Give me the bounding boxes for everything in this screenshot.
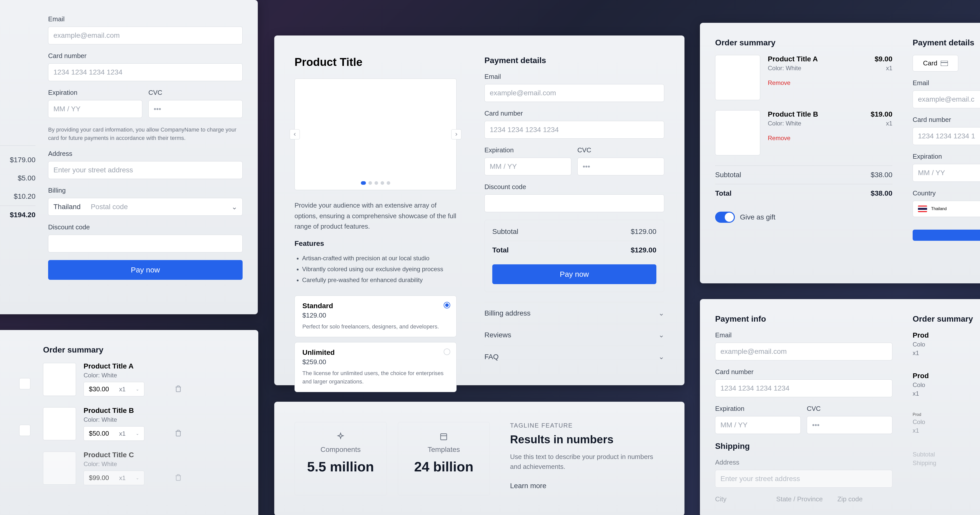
gift-toggle[interactable] (715, 212, 735, 223)
product-color: Color: White (768, 65, 818, 72)
product-color: Color: White (768, 120, 818, 127)
carousel-dot[interactable] (368, 181, 372, 185)
order-item: Product Title A Color: White $30.00 x1 ⌄ (43, 362, 243, 396)
order-summary-heading: Order summary (715, 38, 892, 48)
cvc-label: CVC (148, 89, 243, 97)
expiration-field[interactable] (715, 416, 801, 434)
card-number-field[interactable] (715, 379, 892, 397)
discount-field[interactable] (484, 195, 664, 212)
radio-icon[interactable] (444, 349, 450, 355)
product-name: Product Title A (84, 362, 243, 370)
radio-checked-icon[interactable] (444, 302, 450, 308)
plan-standard[interactable]: Standard $129.00 Perfect for solo freela… (294, 295, 457, 337)
accordion-group: Billing address ⌄ Reviews ⌄ FAQ ⌄ (484, 302, 664, 367)
pay-now-button[interactable]: Pay now (492, 264, 656, 284)
product-thumbnail (43, 363, 76, 396)
total-row: Total$38.00 (715, 184, 892, 202)
card-number-label: Card number (484, 110, 664, 117)
address-field[interactable] (48, 161, 243, 179)
product-name: Prod (913, 412, 980, 417)
product-color: Colo (913, 341, 980, 348)
accordion-billing-address[interactable]: Billing address ⌄ (484, 302, 664, 324)
stat-components: Components 5.5 million (294, 422, 387, 496)
cvc-field[interactable] (148, 100, 243, 118)
cvc-label: CVC (578, 146, 664, 154)
learn-more-link[interactable]: Learn more (510, 482, 664, 490)
country-select[interactable]: Thailand Postal code ⌄ (48, 198, 243, 216)
totals-partial: Subtotal Shipping (913, 450, 980, 467)
payment-details-heading: Payment details (484, 56, 664, 65)
qty-price-box[interactable]: $30.00 x1 ⌄ (84, 382, 144, 396)
plan-unlimited[interactable]: Unlimited $259.00 The license for unlimi… (294, 342, 457, 392)
email-field[interactable] (913, 91, 980, 108)
carousel-next-button[interactable] (451, 129, 461, 139)
order-item: Product Title C Color: White $99.00 x1 ⌄ (43, 451, 243, 485)
email-field[interactable] (484, 84, 664, 102)
payment-info-column: Payment info Email Card number Expiratio… (715, 314, 892, 502)
product-description: Provide your audience with an extensive … (294, 200, 457, 232)
qty-price-box[interactable]: $99.00 x1 ⌄ (84, 470, 144, 485)
accordion-faq[interactable]: FAQ ⌄ (484, 346, 664, 367)
carousel-dot[interactable] (374, 181, 378, 185)
product-name: Prod (913, 372, 980, 380)
checkbox[interactable] (19, 378, 30, 389)
plan-name: Unlimited (302, 349, 449, 357)
totals-section: Subtotal$38.00 Total$38.00 (715, 166, 892, 202)
email-label: Email (715, 331, 892, 339)
product-thumbnail (715, 55, 760, 100)
order-summary-card-bottom-left: Order summary Product Title A Color: Whi… (0, 330, 258, 515)
card-number-field[interactable] (913, 127, 980, 145)
remove-link[interactable]: Remove (0, 105, 35, 113)
plan-description: Perfect for solo freelancers, designers,… (302, 322, 449, 331)
zip-label: Zip code (837, 495, 892, 503)
carousel-dot[interactable] (387, 181, 390, 185)
trash-icon[interactable] (175, 385, 182, 393)
chevron-down-icon: ⌄ (231, 203, 237, 211)
stats-copy: TAGLINE FEATURE Results in numbers Use t… (495, 422, 664, 496)
discount-field[interactable] (48, 235, 243, 252)
chevron-down-icon: ⌄ (659, 309, 664, 317)
order-item: Product Title B Color: White $50.00 x1 ⌄ (43, 407, 243, 441)
price: $30.00 (89, 385, 109, 393)
carousel-dot[interactable] (361, 181, 366, 185)
stat-value: 5.5 million (307, 459, 374, 474)
product-name: Product Title B (84, 407, 243, 415)
carousel-prev-button[interactable] (290, 129, 300, 139)
expiration-field[interactable] (48, 100, 142, 118)
accordion-label: Billing address (484, 309, 531, 317)
gift-label: Give as gift (740, 213, 775, 221)
card-number-field[interactable] (484, 121, 664, 139)
carousel-dot[interactable] (380, 181, 384, 185)
card-method-pill[interactable]: Card (913, 55, 958, 72)
country-select[interactable]: Thailand (913, 201, 980, 217)
pay-button[interactable] (913, 230, 980, 241)
expiration-field[interactable] (913, 164, 980, 182)
remove-link[interactable]: Remove (768, 135, 790, 142)
credit-card-icon (941, 61, 948, 66)
qty-price-box[interactable]: $50.00 x1 ⌄ (84, 426, 144, 441)
discount-label: Discount code (484, 183, 664, 191)
trash-icon[interactable] (175, 430, 182, 438)
cvc-field[interactable] (578, 158, 664, 175)
email-field[interactable] (48, 27, 243, 45)
accordion-reviews[interactable]: Reviews ⌄ (484, 324, 664, 346)
address-field[interactable] (715, 470, 892, 488)
product-name: Product Title A (768, 55, 818, 63)
product-detail-card: Product Title Provide your audience with… (274, 35, 684, 385)
payment-column: Payment details Card Email Card number E… (913, 38, 980, 268)
cvc-field[interactable] (807, 416, 892, 434)
accordion-label: Reviews (484, 331, 511, 339)
trash-icon[interactable] (175, 474, 182, 482)
order-items-column: Order summary Product Title A Color: Whi… (43, 345, 243, 507)
checkbox[interactable] (19, 425, 30, 436)
remove-link[interactable]: Remove (0, 65, 35, 72)
expiration-field[interactable] (484, 158, 571, 175)
remove-link[interactable]: Remove (768, 79, 790, 86)
feature-list: Artisan-crafted with precision at our lo… (294, 253, 457, 285)
subtotal-row: Subtotal$38.00 (715, 166, 892, 184)
feature-item: Carefully pre-washed for enhanced durabi… (302, 274, 457, 285)
pay-now-button[interactable]: Pay now (48, 260, 243, 280)
remove-link[interactable]: Remove (0, 26, 35, 32)
email-field[interactable] (715, 343, 892, 360)
card-number-field[interactable] (48, 63, 243, 81)
